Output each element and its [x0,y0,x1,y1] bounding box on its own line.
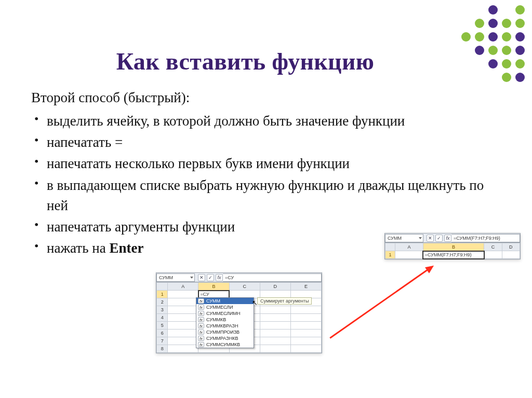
spreadsheet-grid[interactable]: A B C D 1 =СУММ(F7:H7;F9:H9) [385,243,520,259]
annotation-arrow-head [425,263,436,273]
enter-icon[interactable]: ✓ [435,235,443,242]
fx-icon[interactable]: fx [216,274,223,281]
bullet-3: напечатать несколько первых букв имени ф… [31,154,501,174]
name-box[interactable]: СУММ [385,234,423,242]
autocomplete-item[interactable]: fxСУММКВ [196,317,254,323]
function-tooltip: Суммирует аргументы [257,297,312,305]
excel-screenshot-autocomplete: СУММ ✕ ✓ fx =СУ A B C D E 1=СУ 2 3 4 5 6… [156,272,322,353]
enter-icon[interactable]: ✓ [207,274,214,281]
autocomplete-item[interactable]: fxСУММЕСЛИМН [196,310,254,317]
autocomplete-item[interactable]: fxСУММЕСЛИ [196,304,254,310]
autocomplete-item[interactable]: fxСУММКВРАЗН [196,323,254,329]
bullet-1: выделить ячейку, в которой должно быть з… [31,111,501,131]
bullet-4: в выпадающем списке выбрать нужную функц… [31,175,501,216]
excel-screenshot-filled: СУММ ✕ ✓ fx =СУММ(F7:H7;F9:H9) A B C D 1… [384,233,521,259]
autocomplete-item[interactable]: fxСУММПРОИЗВ [196,329,254,335]
body-content: Второй способ (быстрый): выделить ячейку… [0,75,532,258]
fx-icon[interactable]: fx [444,235,451,242]
cancel-icon[interactable]: ✕ [427,235,434,242]
name-box[interactable]: СУММ [156,273,195,282]
decorative-dots [448,5,527,84]
autocomplete-item[interactable]: fxСУММРАЗНКВ [196,335,254,341]
intro-text: Второй способ (быстрый): [31,88,501,108]
bullet-2: напечатать = [31,132,501,153]
annotation-arrow [329,269,428,338]
cancel-icon[interactable]: ✕ [198,274,205,281]
autocomplete-item[interactable]: fxСУММСУММКВ [196,341,254,348]
function-autocomplete-dropdown[interactable]: fxСУММ fxСУММЕСЛИ fxСУММЕСЛИМН fxСУММКВ … [196,297,254,348]
cell-b1-editing[interactable]: =СУММ(F7:H7;F9:H9) [423,251,484,259]
formula-bar[interactable]: =СУММ(F7:H7;F9:H9) [451,234,520,242]
autocomplete-item-selected[interactable]: fxСУММ [196,298,254,304]
formula-bar[interactable]: =СУ [223,273,322,282]
